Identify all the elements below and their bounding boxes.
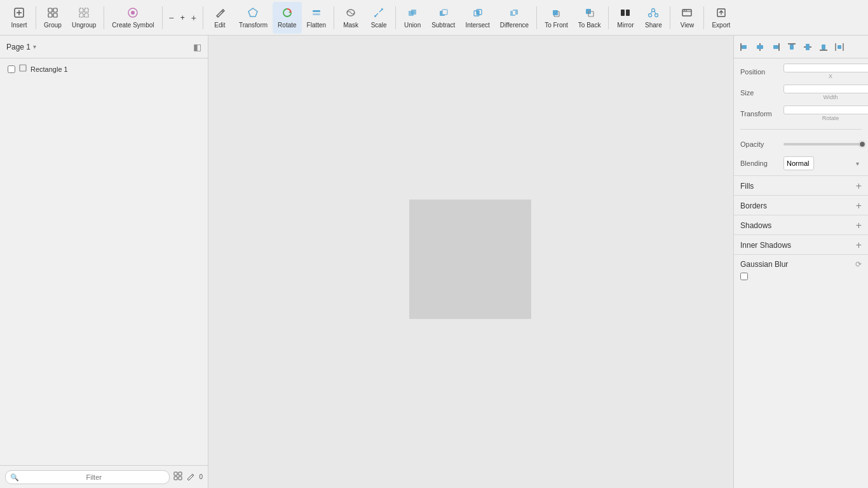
to-front-tool[interactable]: To Front — [539, 2, 573, 34]
svg-line-13 — [222, 11, 223, 12]
create-symbol-tool[interactable]: Create Symbol — [107, 2, 159, 34]
rotate-input[interactable] — [783, 105, 868, 114]
align-bottom-button[interactable] — [816, 39, 831, 55]
inner-shadows-label: Inner Shadows — [740, 241, 791, 250]
export-icon — [715, 7, 727, 20]
layer-count-badge: 0 — [199, 473, 203, 480]
add-layer-icon[interactable] — [173, 471, 182, 482]
svg-rect-49 — [174, 477, 177, 480]
inner-shadows-add-icon[interactable]: + — [856, 240, 862, 250]
divider-7 — [536, 6, 537, 29]
scale-icon — [373, 7, 384, 20]
page-selector[interactable]: Page 1 ▾ — [6, 43, 36, 51]
shadows-label: Shadows — [740, 221, 771, 230]
intersect-icon — [472, 7, 484, 20]
toolbar: Insert Group Ungroup Create Symbol − + + — [0, 0, 868, 36]
svg-rect-7 — [79, 8, 83, 12]
svg-line-38 — [651, 11, 652, 14]
svg-rect-48 — [179, 472, 182, 475]
align-middle-button[interactable] — [800, 39, 815, 55]
page-bar: Page 1 ▾ ◧ — [0, 36, 208, 58]
divider-8 — [608, 6, 609, 29]
mask-tool[interactable]: Mask — [337, 2, 365, 34]
transform-tool[interactable]: Transform — [234, 2, 273, 34]
scale-tool[interactable]: Scale — [365, 2, 393, 34]
share-tool[interactable]: Share — [639, 2, 667, 34]
svg-rect-55 — [757, 45, 763, 49]
export-tool[interactable]: Export — [707, 2, 735, 34]
position-label: Position — [740, 68, 780, 76]
shadows-section-header[interactable]: Shadows + — [734, 215, 868, 234]
right-panel: Position X Y Size Width 🔗 — [733, 36, 868, 488]
zoom-out-button[interactable]: − — [168, 13, 175, 23]
view-label: View — [681, 22, 695, 29]
to-front-icon — [551, 7, 562, 20]
divider-6 — [395, 6, 396, 29]
gaussian-blur-spinner-icon[interactable]: ⟳ — [855, 260, 862, 269]
blending-select[interactable]: Normal Multiply Screen Overlay Darken Li… — [783, 156, 814, 170]
insert-tool[interactable]: Insert — [5, 2, 33, 34]
canvas-rectangle[interactable] — [409, 200, 531, 319]
export-label: Export — [712, 22, 730, 29]
page-collapse-button[interactable]: ◧ — [193, 42, 201, 52]
svg-rect-16 — [313, 10, 320, 12]
search-bar: 🔍 0 — [0, 465, 208, 488]
distribute-h-button[interactable] — [832, 39, 847, 55]
edit-label: Edit — [214, 22, 225, 29]
opacity-slider[interactable] — [783, 143, 865, 146]
inner-shadows-section-header[interactable]: Inner Shadows + — [734, 234, 868, 254]
subtract-tool[interactable]: Subtract — [426, 2, 460, 34]
width-col: Width — [783, 85, 868, 100]
align-center-h-button[interactable] — [752, 39, 768, 55]
intersect-tool[interactable]: Intersect — [460, 2, 494, 34]
to-back-tool[interactable]: To Back — [573, 2, 606, 34]
mirror-tool[interactable]: Mirror — [611, 2, 639, 34]
borders-section-header[interactable]: Borders + — [734, 195, 868, 215]
flatten-tool[interactable]: Flatten — [302, 2, 332, 34]
svg-rect-57 — [773, 45, 778, 49]
group-icon — [47, 7, 58, 20]
layer-item[interactable]: Rectangle 1 — [0, 62, 208, 76]
blend-arrow-icon: ▾ — [856, 160, 859, 167]
fills-add-icon[interactable]: + — [856, 181, 862, 191]
union-tool[interactable]: Union — [398, 2, 426, 34]
search-wrap: 🔍 — [5, 470, 170, 484]
align-left-edge-button[interactable] — [736, 39, 752, 55]
gaussian-blur-row — [734, 273, 868, 285]
width-label: Width — [783, 94, 868, 100]
shadows-add-icon[interactable]: + — [856, 220, 862, 231]
gaussian-blur-checkbox[interactable] — [740, 273, 748, 280]
transform-label: Transform — [239, 22, 268, 29]
search-icon: 🔍 — [10, 473, 19, 481]
ungroup-icon — [78, 7, 90, 20]
align-top-button[interactable] — [784, 39, 799, 55]
edit-layer-icon[interactable] — [186, 471, 195, 482]
group-tool[interactable]: Group — [39, 2, 67, 34]
svg-rect-3 — [48, 8, 52, 12]
difference-tool[interactable]: Difference — [495, 2, 534, 34]
borders-add-icon[interactable]: + — [856, 201, 862, 211]
rotate-tool[interactable]: Rotate — [273, 2, 301, 34]
zoom-in-button[interactable]: + — [190, 13, 198, 23]
align-right-edge-button[interactable] — [768, 39, 783, 55]
layer-search-input[interactable] — [5, 470, 170, 484]
svg-rect-46 — [20, 65, 26, 71]
fills-section-header[interactable]: Fills + — [734, 175, 868, 195]
divider-3 — [162, 6, 163, 29]
layer-visibility-checkbox[interactable] — [8, 65, 15, 73]
position-x-input[interactable] — [783, 64, 868, 72]
zoom-display[interactable]: + — [177, 11, 189, 25]
edit-tool[interactable]: Edit — [206, 2, 234, 34]
svg-rect-25 — [477, 11, 479, 15]
ungroup-tool[interactable]: Ungroup — [67, 2, 101, 34]
layer-name: Rectangle 1 — [31, 65, 68, 73]
transform-row: Transform Rotate Flip — [740, 105, 862, 121]
create-symbol-icon — [127, 7, 139, 20]
x-label: X — [783, 73, 868, 79]
width-input[interactable] — [783, 85, 868, 93]
view-tool[interactable]: View — [673, 2, 701, 34]
canvas-area[interactable] — [208, 36, 733, 488]
position-row: Position X Y — [740, 64, 862, 79]
gaussian-blur-section-header: Gaussian Blur ⟳ — [734, 254, 868, 273]
svg-marker-14 — [248, 8, 257, 17]
